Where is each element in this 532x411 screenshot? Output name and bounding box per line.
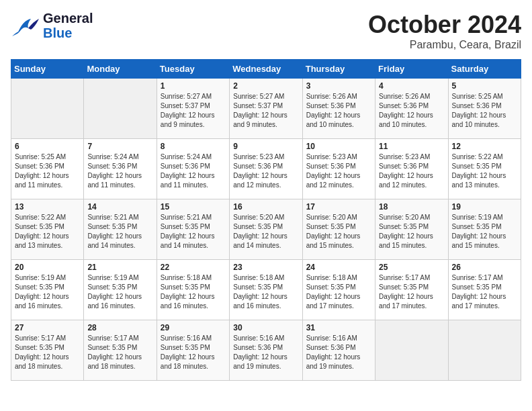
day-info: Sunrise: 5:18 AM Sunset: 5:35 PM Dayligh… <box>306 273 371 311</box>
day-info: Sunrise: 5:22 AM Sunset: 5:35 PM Dayligh… <box>15 213 80 250</box>
day-number: 9 <box>233 142 298 151</box>
calendar-header-row: Sunday Monday Tuesday Wednesday Thursday… <box>11 60 521 79</box>
day-number: 30 <box>233 323 298 332</box>
table-row: 24Sunrise: 5:18 AM Sunset: 5:35 PM Dayli… <box>302 260 375 320</box>
header-sunday: Sunday <box>11 60 84 79</box>
day-number: 10 <box>306 142 371 151</box>
table-row: 14Sunrise: 5:21 AM Sunset: 5:35 PM Dayli… <box>84 199 157 260</box>
day-info: Sunrise: 5:25 AM Sunset: 5:36 PM Dayligh… <box>452 92 517 130</box>
table-row: 31Sunrise: 5:16 AM Sunset: 5:36 PM Dayli… <box>302 320 375 381</box>
calendar-week-row: 1Sunrise: 5:27 AM Sunset: 5:37 PM Daylig… <box>11 79 521 139</box>
day-number: 31 <box>306 323 371 332</box>
day-number: 22 <box>161 263 226 272</box>
calendar-week-row: 27Sunrise: 5:17 AM Sunset: 5:35 PM Dayli… <box>11 320 521 381</box>
day-info: Sunrise: 5:27 AM Sunset: 5:37 PM Dayligh… <box>233 92 298 130</box>
table-row: 12Sunrise: 5:22 AM Sunset: 5:35 PM Dayli… <box>448 139 521 199</box>
day-info: Sunrise: 5:17 AM Sunset: 5:35 PM Dayligh… <box>15 334 80 371</box>
day-info: Sunrise: 5:21 AM Sunset: 5:35 PM Dayligh… <box>87 213 152 250</box>
table-row: 22Sunrise: 5:18 AM Sunset: 5:35 PM Dayli… <box>157 260 229 320</box>
calendar-week-row: 6Sunrise: 5:25 AM Sunset: 5:36 PM Daylig… <box>11 139 521 199</box>
day-number: 15 <box>161 202 226 212</box>
table-row: 8Sunrise: 5:24 AM Sunset: 5:36 PM Daylig… <box>157 139 229 199</box>
day-info: Sunrise: 5:17 AM Sunset: 5:35 PM Dayligh… <box>452 273 517 311</box>
day-info: Sunrise: 5:17 AM Sunset: 5:35 PM Dayligh… <box>87 334 152 371</box>
header-thursday: Thursday <box>302 60 375 79</box>
day-number: 14 <box>87 202 152 212</box>
day-number: 4 <box>379 81 444 91</box>
logo: General Blue <box>11 11 93 40</box>
table-row: 19Sunrise: 5:19 AM Sunset: 5:35 PM Dayli… <box>448 199 521 260</box>
day-number: 20 <box>15 263 80 272</box>
table-row: 21Sunrise: 5:19 AM Sunset: 5:35 PM Dayli… <box>84 260 157 320</box>
table-row: 26Sunrise: 5:17 AM Sunset: 5:35 PM Dayli… <box>448 260 521 320</box>
logo-blue: Blue <box>43 26 72 40</box>
table-row: 17Sunrise: 5:20 AM Sunset: 5:35 PM Dayli… <box>302 199 375 260</box>
day-number: 12 <box>452 142 517 151</box>
table-row: 15Sunrise: 5:21 AM Sunset: 5:35 PM Dayli… <box>157 199 229 260</box>
calendar-table: Sunday Monday Tuesday Wednesday Thursday… <box>11 59 521 381</box>
header-monday: Monday <box>84 60 157 79</box>
day-info: Sunrise: 5:27 AM Sunset: 5:37 PM Dayligh… <box>161 92 226 130</box>
table-row: 30Sunrise: 5:16 AM Sunset: 5:36 PM Dayli… <box>230 320 302 381</box>
day-info: Sunrise: 5:19 AM Sunset: 5:35 PM Dayligh… <box>87 273 152 311</box>
table-row <box>84 79 157 139</box>
day-info: Sunrise: 5:23 AM Sunset: 5:36 PM Dayligh… <box>379 152 444 190</box>
day-number: 8 <box>161 142 226 151</box>
title-block: October 2024 Parambu, Ceara, Brazil <box>368 11 521 51</box>
table-row: 28Sunrise: 5:17 AM Sunset: 5:35 PM Dayli… <box>84 320 157 381</box>
header-tuesday: Tuesday <box>157 60 229 79</box>
table-row: 4Sunrise: 5:26 AM Sunset: 5:36 PM Daylig… <box>375 79 448 139</box>
day-number: 18 <box>379 202 444 212</box>
day-number: 2 <box>233 81 298 91</box>
day-info: Sunrise: 5:21 AM Sunset: 5:35 PM Dayligh… <box>161 213 226 250</box>
day-info: Sunrise: 5:18 AM Sunset: 5:35 PM Dayligh… <box>233 273 298 311</box>
table-row: 11Sunrise: 5:23 AM Sunset: 5:36 PM Dayli… <box>375 139 448 199</box>
day-number: 25 <box>379 263 444 272</box>
day-info: Sunrise: 5:19 AM Sunset: 5:35 PM Dayligh… <box>452 213 517 250</box>
day-number: 28 <box>87 323 152 332</box>
table-row: 13Sunrise: 5:22 AM Sunset: 5:35 PM Dayli… <box>11 199 84 260</box>
calendar-week-row: 13Sunrise: 5:22 AM Sunset: 5:35 PM Dayli… <box>11 199 521 260</box>
day-info: Sunrise: 5:16 AM Sunset: 5:35 PM Dayligh… <box>161 334 226 371</box>
table-row: 29Sunrise: 5:16 AM Sunset: 5:35 PM Dayli… <box>157 320 229 381</box>
table-row <box>448 320 521 381</box>
logo-general: General <box>43 11 93 26</box>
logo-bird-icon <box>11 13 40 38</box>
table-row: 9Sunrise: 5:23 AM Sunset: 5:36 PM Daylig… <box>230 139 302 199</box>
day-info: Sunrise: 5:25 AM Sunset: 5:36 PM Dayligh… <box>15 152 80 190</box>
table-row: 3Sunrise: 5:26 AM Sunset: 5:36 PM Daylig… <box>302 79 375 139</box>
day-number: 11 <box>379 142 444 151</box>
table-row <box>11 79 84 139</box>
day-info: Sunrise: 5:23 AM Sunset: 5:36 PM Dayligh… <box>233 152 298 190</box>
day-number: 13 <box>15 202 80 212</box>
day-info: Sunrise: 5:22 AM Sunset: 5:35 PM Dayligh… <box>452 152 517 190</box>
table-row: 7Sunrise: 5:24 AM Sunset: 5:36 PM Daylig… <box>84 139 157 199</box>
day-info: Sunrise: 5:26 AM Sunset: 5:36 PM Dayligh… <box>306 92 371 130</box>
day-number: 7 <box>87 142 152 151</box>
table-row: 10Sunrise: 5:23 AM Sunset: 5:36 PM Dayli… <box>302 139 375 199</box>
day-number: 6 <box>15 142 80 151</box>
day-number: 21 <box>87 263 152 272</box>
day-number: 5 <box>452 81 517 91</box>
day-number: 26 <box>452 263 517 272</box>
day-info: Sunrise: 5:17 AM Sunset: 5:35 PM Dayligh… <box>379 273 444 311</box>
table-row: 1Sunrise: 5:27 AM Sunset: 5:37 PM Daylig… <box>157 79 229 139</box>
day-info: Sunrise: 5:16 AM Sunset: 5:36 PM Dayligh… <box>306 334 371 371</box>
table-row: 23Sunrise: 5:18 AM Sunset: 5:35 PM Dayli… <box>230 260 302 320</box>
day-number: 24 <box>306 263 371 272</box>
table-row: 27Sunrise: 5:17 AM Sunset: 5:35 PM Dayli… <box>11 320 84 381</box>
header-saturday: Saturday <box>448 60 521 79</box>
day-number: 19 <box>452 202 517 212</box>
day-number: 3 <box>306 81 371 91</box>
day-number: 1 <box>161 81 226 91</box>
day-number: 16 <box>233 202 298 212</box>
day-number: 17 <box>306 202 371 212</box>
day-info: Sunrise: 5:24 AM Sunset: 5:36 PM Dayligh… <box>87 152 152 190</box>
day-number: 23 <box>233 263 298 272</box>
page-header: General Blue October 2024 Parambu, Ceara… <box>11 11 521 51</box>
day-info: Sunrise: 5:16 AM Sunset: 5:36 PM Dayligh… <box>233 334 298 371</box>
day-number: 27 <box>15 323 80 332</box>
table-row: 5Sunrise: 5:25 AM Sunset: 5:36 PM Daylig… <box>448 79 521 139</box>
page-title: October 2024 <box>368 11 521 39</box>
day-info: Sunrise: 5:24 AM Sunset: 5:36 PM Dayligh… <box>161 152 226 190</box>
